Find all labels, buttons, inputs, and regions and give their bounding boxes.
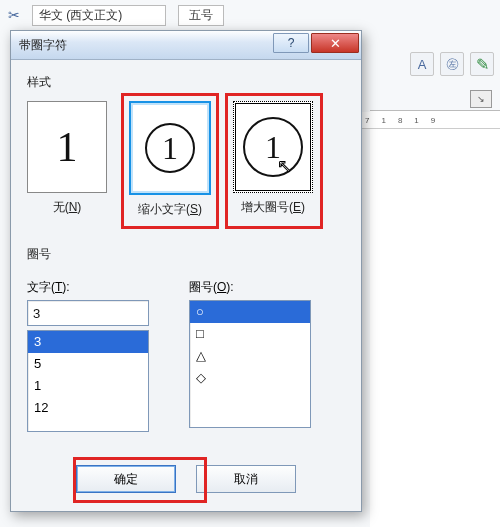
list-item[interactable]: 5: [28, 353, 148, 375]
ring-listbox[interactable]: ○ □ △ ◇: [189, 300, 311, 428]
cancel-button[interactable]: 取消: [196, 465, 296, 493]
style-none-option[interactable]: 1: [27, 101, 107, 193]
document-area: [370, 110, 500, 527]
cancel-label: 取消: [234, 471, 258, 488]
dialog-body: 样式 1 无(N) 1 缩小文字(S): [11, 60, 361, 511]
enclosure-section-label: 圈号: [27, 246, 345, 263]
close-button[interactable]: ✕: [311, 33, 359, 53]
style-enlarge-option[interactable]: 1 ↖: [233, 101, 313, 193]
enclosure-row: 文字(T): 3 5 1 12 圈号(O): ○ □ △ ◇: [27, 279, 345, 432]
ruler-mark: 1: [381, 116, 385, 125]
brush-icon[interactable]: ✎: [470, 52, 494, 76]
circled-glyph: 1: [243, 117, 303, 177]
dialog-launcher-icon[interactable]: ↘: [470, 90, 492, 108]
style-none-label: 无(N): [53, 199, 82, 216]
ruler-mark: 7: [365, 116, 369, 125]
style-none-glyph: 1: [57, 123, 78, 171]
horizontal-ruler: 7 1 8 1 9: [361, 112, 500, 129]
ok-button[interactable]: 确定: [76, 465, 176, 493]
enclose-char-dialog: 带圈字符 ? ✕ 样式 1 无(N) 1 缩小文字(S): [10, 30, 362, 512]
dialog-buttons: 确定 取消: [27, 451, 345, 503]
style-shrink-option[interactable]: 1: [129, 101, 211, 195]
circled-glyph: 1: [145, 123, 195, 173]
ruler-mark: 1: [414, 116, 418, 125]
list-item[interactable]: ◇: [190, 367, 310, 389]
list-item[interactable]: ○: [190, 301, 310, 323]
font-family-select[interactable]: 华文 (西文正文): [32, 5, 166, 26]
list-item[interactable]: 1: [28, 375, 148, 397]
ruler-mark: 8: [398, 116, 402, 125]
help-button[interactable]: ?: [273, 33, 309, 53]
style-shrink-label: 缩小文字(S): [138, 201, 202, 218]
style-toolbar: A ㊧ ✎: [410, 52, 494, 76]
list-item[interactable]: 12: [28, 397, 148, 419]
ring-field-label: 圈号(O):: [189, 279, 311, 296]
ribbon-fragment: ✂ 华文 (西文正文) 五号: [8, 2, 224, 28]
font-size-select[interactable]: 五号: [178, 5, 224, 26]
list-item[interactable]: △: [190, 345, 310, 367]
cut-icon[interactable]: ✂: [8, 7, 20, 23]
style-options: 1 无(N) 1 缩小文字(S) 1 ↖: [27, 101, 345, 218]
list-item[interactable]: 3: [28, 331, 148, 353]
style-section-label: 样式: [27, 74, 345, 91]
style-a-icon[interactable]: A: [410, 52, 434, 76]
dialog-title: 带圈字符: [19, 37, 67, 54]
ok-label: 确定: [114, 471, 138, 488]
text-field-label: 文字(T):: [27, 279, 149, 296]
list-item[interactable]: □: [190, 323, 310, 345]
style-enlarge-label: 增大圈号(E): [241, 199, 305, 216]
ruler-mark: 9: [431, 116, 435, 125]
text-input[interactable]: [27, 300, 149, 326]
dialog-titlebar[interactable]: 带圈字符 ? ✕: [11, 31, 361, 60]
enclosed-char-icon[interactable]: ㊧: [440, 52, 464, 76]
text-listbox[interactable]: 3 5 1 12: [27, 330, 149, 432]
